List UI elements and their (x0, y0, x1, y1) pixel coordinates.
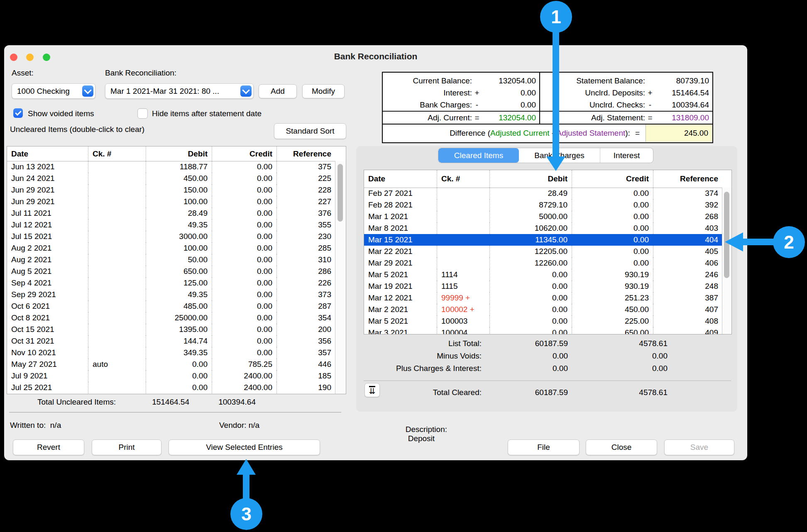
table-row[interactable]: Oct 6 2021485.000.00287 (7, 300, 335, 312)
cell-credit: 0.00 (212, 184, 277, 196)
table-row[interactable]: Jul 12 202149.350.00355 (7, 219, 335, 231)
cell-debit: 1395.00 (146, 324, 212, 335)
table-row[interactable]: Nov 10 2021349.350.00357 (7, 347, 335, 359)
table-row[interactable]: Mar 5 20211000030.00225.00408 (364, 315, 722, 327)
table-row[interactable]: May 27 2021auto0.00785.25446 (7, 359, 335, 370)
tab-cleared-items[interactable]: Cleared Items (438, 148, 519, 163)
cell-ck (437, 188, 490, 199)
cell-date: Mar 19 2021 (364, 281, 437, 292)
col-header-date[interactable]: Date (364, 170, 437, 188)
cell-debit: 0.00 (490, 281, 572, 292)
cell-ck: 100004 (437, 327, 490, 334)
table-row[interactable]: Mar 8 202110620.000.00403 (364, 222, 722, 234)
scrollbar-thumb[interactable] (337, 164, 343, 222)
col-header-ck[interactable]: Ck. # (437, 170, 490, 188)
window-title: Bank Reconciliation (4, 51, 747, 61)
cell-credit: 0.00 (572, 257, 653, 269)
col-header-debit[interactable]: Debit (146, 146, 212, 161)
table-row[interactable]: Feb 27 202128.490.00374 (364, 188, 722, 199)
table-row[interactable]: Oct 8 202125000.000.00354 (7, 312, 335, 324)
cell-debit: 150.00 (146, 184, 212, 196)
cell-date: Mar 5 2021 (364, 315, 437, 327)
cell-date: Mar 29 2021 (364, 257, 437, 269)
table-row[interactable]: Mar 29 202112260.000.00406 (364, 257, 722, 269)
cell-date: Jul 25 2021 (7, 382, 88, 393)
minus-voids-row: Minus Voids: 0.00 0.00 (364, 350, 668, 362)
cell-date: Oct 15 2021 (7, 324, 88, 335)
hide-items-checkbox[interactable] (137, 108, 148, 119)
cell-credit: 450.00 (572, 304, 653, 315)
table-row[interactable]: Jul 11 202128.490.00376 (7, 207, 335, 219)
table-row[interactable]: Mar 3 20211000040.00650.00409 (364, 327, 722, 334)
table-row[interactable]: Sep 29 202149.350.00373 (7, 289, 335, 300)
description-label: Description: (406, 425, 447, 434)
table-row[interactable]: Mar 5 202111140.00930.19246 (364, 269, 722, 281)
table-row[interactable]: Aug 5 2021650.000.00286 (7, 266, 335, 277)
cleared-totals: List Total: 60187.59 4578.61 Minus Voids… (364, 337, 668, 375)
col-header-reference[interactable]: Reference (277, 146, 335, 161)
reconciliation-label: Bank Reconciliation: (105, 68, 176, 78)
modify-button[interactable]: Modify (302, 84, 345, 98)
table-row[interactable]: Mar 1 20215000.000.00268 (364, 211, 722, 222)
table-row[interactable]: Mar 2 2021100002 +0.00450.00407 (364, 304, 722, 315)
view-selected-entries-button[interactable]: View Selected Entries (169, 439, 320, 455)
table-row[interactable]: Jul 9 20210.002400.00185 (7, 370, 335, 382)
col-header-credit[interactable]: Credit (212, 146, 277, 161)
reconciliation-select[interactable]: Mar 1 2021-Mar 31 2021: 80 ... (105, 83, 254, 99)
col-header-credit[interactable]: Credit (572, 170, 653, 188)
col-header-ck[interactable]: Ck. # (88, 146, 146, 161)
cleared-rows: Feb 27 202128.490.00374Feb 28 20218729.1… (364, 188, 722, 334)
asset-select[interactable]: 1000 Checking (12, 83, 95, 99)
cell-ref: 354 (277, 312, 335, 324)
table-row[interactable]: Aug 2 202150.000.00310 (7, 254, 335, 266)
cell-debit: 28.49 (490, 188, 572, 199)
cleared-scrollbar[interactable] (722, 188, 731, 334)
table-row[interactable]: Aug 2 2021100.000.00285 (7, 242, 335, 254)
table-row[interactable]: Mar 12 202199999 +0.00251.23387 (364, 292, 722, 304)
tab-interest[interactable]: Interest (600, 148, 653, 163)
summary-label: Current Balance: (383, 76, 472, 85)
file-button[interactable]: File (508, 439, 580, 455)
cell-ref: 228 (277, 184, 335, 196)
cell-debit: 10620.00 (490, 222, 572, 234)
cell-debit: 1188.77 (146, 161, 212, 173)
table-row[interactable]: Feb 28 20218729.100.00392 (364, 199, 722, 211)
table-row[interactable]: Jul 25 20210.002400.00190 (7, 382, 335, 393)
cell-ck (437, 222, 490, 234)
col-header-reference[interactable]: Reference (653, 170, 722, 188)
summary-value: 0.00 (482, 88, 536, 98)
summary-value: 151464.54 (655, 88, 709, 98)
table-row[interactable]: Jul 15 20213000.000.00230 (7, 231, 335, 242)
adjusted-statement-label: Adjusted Statement (556, 129, 625, 138)
summary-sign: - (645, 100, 655, 110)
print-button[interactable]: Print (92, 439, 161, 455)
add-button[interactable]: Add (259, 84, 297, 98)
col-header-debit[interactable]: Debit (490, 170, 572, 188)
table-row[interactable]: Mar 19 202111150.00930.19248 (364, 281, 722, 292)
summary-row: Adj. Current:=132054.00 (383, 111, 539, 124)
uncleared-scrollbar[interactable] (335, 161, 346, 394)
table-row-selected[interactable]: Mar 15 202111345.000.00404 (364, 234, 722, 246)
table-row[interactable]: Jun 29 2021100.000.00227 (7, 196, 335, 207)
cell-date: Nov 10 2021 (7, 347, 88, 359)
current-balance-column: Current Balance:132054.00Interest:+0.00B… (383, 73, 540, 124)
table-row[interactable]: Jun 13 20211188.770.00375 (7, 161, 335, 173)
table-row[interactable]: Jun 24 2021450.000.00225 (7, 173, 335, 184)
callout-2-arrowhead (725, 232, 743, 251)
col-header-date[interactable]: Date (7, 146, 88, 161)
revert-button[interactable]: Revert (13, 439, 84, 455)
standard-sort-button[interactable]: Standard Sort (274, 123, 346, 139)
cell-credit: 0.00 (212, 173, 277, 184)
table-row[interactable]: Mar 22 202112205.000.00405 (364, 246, 722, 257)
cell-ref: 406 (653, 257, 722, 269)
table-row[interactable]: Jun 29 2021150.000.00228 (7, 184, 335, 196)
cell-credit: 0.00 (572, 234, 653, 246)
cell-ck (88, 242, 146, 254)
table-row[interactable]: Oct 15 20211395.000.00200 (7, 324, 335, 335)
cell-debit: 50.00 (146, 254, 212, 266)
cell-credit: 0.00 (212, 242, 277, 254)
close-button[interactable]: Close (586, 439, 657, 455)
table-row[interactable]: Oct 31 2021144.740.00356 (7, 335, 335, 347)
table-row[interactable]: Sep 4 2021125.000.00226 (7, 277, 335, 289)
show-voided-checkbox[interactable] (13, 108, 23, 118)
